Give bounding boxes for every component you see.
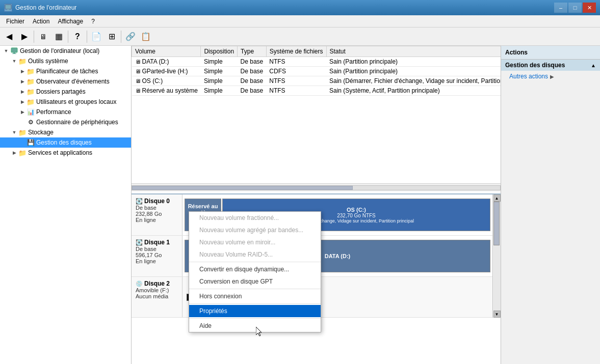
table-body: 🖥DATA (D:) Simple De base NTFS Sain (Par… [132, 57, 501, 96]
col-volume[interactable]: Volume [132, 46, 201, 57]
ctx-nouveau-fraction[interactable]: Nouveau volume fractionné... [189, 212, 321, 224]
app-icon [4, 4, 12, 12]
vertical-scrollbar[interactable]: ▲ ▼ [492, 194, 501, 318]
cell-type: De base [238, 67, 267, 76]
folder-icon-services: 📁 [18, 149, 27, 157]
sidebar-item-root[interactable]: ▼ Gestion de l'ordinateur (local) [0, 46, 131, 56]
sidebar-item-outils[interactable]: ▼ 📁 Outils système [0, 56, 131, 66]
properties-button[interactable]: ⊞ [105, 30, 119, 44]
help-button[interactable]: ? [70, 30, 85, 44]
back-button[interactable]: ◀ [2, 30, 16, 44]
folder-icon-dossiers: 📁 [27, 88, 35, 96]
right-panel: Actions Gestion des disques ▲ Autres act… [501, 46, 600, 364]
action-autres-actions[interactable]: Autres actions ▶ [501, 71, 600, 82]
sidebar-item-utilisateurs[interactable]: ▶ 📁 Utilisateurs et groupes locaux [0, 97, 131, 107]
computer-button[interactable]: 🖥 [36, 30, 50, 44]
ctx-nouveau-miroir[interactable]: Nouveau volume en miroir... [189, 236, 321, 248]
disk-table-area: Volume Disposition Type Système de fichi… [132, 46, 501, 193]
table-row[interactable]: 🖥OS (C:) Simple De base NTFS Sain (Démar… [132, 76, 501, 86]
cell-volume: 🖥GParted-live (H:) [132, 67, 201, 76]
sidebar-item-planificateur[interactable]: ▶ 📁 Planificateur de tâches [0, 66, 131, 76]
cell-statut: Sain (Système, Actif, Partition principa… [326, 86, 501, 96]
menu-aide[interactable]: ? [87, 16, 99, 27]
expand-outils[interactable]: ▼ [10, 57, 18, 65]
expand-services[interactable]: ▶ [10, 149, 18, 157]
folder-icon-utilisateurs: 📁 [27, 98, 35, 106]
close-button[interactable]: ✕ [583, 3, 596, 13]
cell-type: De base [238, 86, 267, 96]
expand-utilisateurs[interactable]: ▶ [18, 98, 27, 106]
sidebar-item-gestionnaire[interactable]: ▶ ⚙ Gestionnaire de périphériques [0, 117, 131, 127]
export-button[interactable]: 📄 [89, 30, 103, 44]
folder-icon-outils: 📁 [18, 57, 27, 65]
toolbar-sep3 [87, 31, 87, 43]
table-row[interactable]: 🖥GParted-live (H:) Simple De base CDFS S… [132, 67, 501, 76]
col-statut[interactable]: Statut [326, 46, 501, 57]
sidebar-item-dossiers[interactable]: ▶ 📁 Dossiers partagés [0, 87, 131, 97]
cell-disposition: Simple [201, 76, 238, 86]
col-disposition[interactable]: Disposition [201, 46, 238, 57]
folder-icon-planificateur: 📁 [27, 67, 35, 75]
titlebar: Gestion de l'ordinateur – □ ✕ [0, 0, 600, 15]
minimize-button[interactable]: – [554, 3, 567, 13]
partition-os-label: OS (C:) [347, 207, 366, 213]
expand-root[interactable]: ▼ [2, 47, 10, 55]
disk2-type: Amovible (F:) [136, 287, 178, 293]
link-button[interactable]: 🔗 [123, 30, 138, 44]
ctx-proprietes[interactable]: Propriétés [189, 305, 321, 317]
menu-fichier[interactable]: Fichier [2, 16, 29, 27]
ctx-convertir-dyn[interactable]: Convertir en disque dynamique... [189, 263, 321, 275]
sidebar-item-services[interactable]: ▶ 📁 Services et applications [0, 148, 131, 158]
scroll-up-button[interactable]: ▲ [493, 194, 501, 202]
toolbar: ◀ ▶ 🖥 ▦ ? 📄 ⊞ 🔗 📋 [0, 27, 600, 46]
horizontal-scrollbar[interactable] [132, 183, 501, 191]
computer-icon [10, 47, 18, 55]
actions-section-gestion-disques[interactable]: Gestion des disques ▲ [501, 60, 600, 71]
expand-stockage[interactable]: ▼ [10, 128, 18, 136]
sidebar-label-utilisateurs: Utilisateurs et groupes locaux [36, 98, 116, 105]
col-fs[interactable]: Système de fichiers [266, 46, 326, 57]
ctx-sep1 [189, 262, 321, 262]
sidebar-label-performance: Performance [36, 108, 71, 116]
cell-statut: Sain (Partition principale) [326, 67, 501, 76]
gear-icon: ⚙ [27, 118, 35, 126]
ctx-nouveau-agr[interactable]: Nouveau volume agrégé par bandes... [189, 224, 321, 236]
sidebar-item-gestion-disques[interactable]: ▶ 💾 Gestion des disques [0, 137, 131, 148]
ctx-hors-connexion[interactable]: Hors connexion [189, 290, 321, 302]
sidebar-label-dossiers: Dossiers partagés [36, 88, 86, 95]
menu-action[interactable]: Action [29, 16, 54, 27]
partition-os-size: 232,70 Go NTFS [337, 213, 376, 218]
clipboard-button[interactable]: 📋 [139, 30, 153, 44]
expand-dossiers[interactable]: ▶ [18, 88, 27, 96]
sidebar: ▼ Gestion de l'ordinateur (local) ▼ 📁 Ou… [0, 46, 132, 364]
sidebar-item-performance[interactable]: ▶ 📊 Performance [0, 107, 131, 117]
sidebar-label-planificateur: Planificateur de tâches [36, 68, 98, 75]
ctx-conversion-gpt[interactable]: Conversion en disque GPT [189, 275, 321, 288]
disk0-size: 232,88 Go [136, 211, 178, 217]
expand-observateur[interactable]: ▶ [18, 77, 27, 86]
disk0-type: De base [136, 205, 178, 211]
ctx-nouveau-raid[interactable]: Nouveau Volume RAID-5... [189, 248, 321, 261]
cell-volume: 🖥Réservé au système [132, 86, 201, 96]
col-type[interactable]: Type [238, 46, 267, 57]
scroll-down-button[interactable]: ▼ [493, 311, 501, 318]
table-row[interactable]: 🖥DATA (D:) Simple De base NTFS Sain (Par… [132, 57, 501, 67]
ctx-aide[interactable]: Aide [189, 320, 321, 332]
grid-button[interactable]: ▦ [51, 30, 66, 44]
partition-data-label: DATA (D:) [325, 253, 351, 259]
maximize-button[interactable]: □ [568, 3, 582, 13]
autres-actions-link[interactable]: Autres actions [509, 73, 548, 80]
sidebar-item-observateur[interactable]: ▶ 📁 Observateur d'événements [0, 76, 131, 87]
table-scroll[interactable]: Volume Disposition Type Système de fichi… [132, 46, 501, 183]
sidebar-item-stockage[interactable]: ▼ 📁 Stockage [0, 127, 131, 137]
cell-type: De base [238, 57, 267, 67]
toolbar-sep2 [68, 31, 68, 43]
svg-rect-3 [11, 48, 17, 52]
forward-button[interactable]: ▶ [17, 30, 32, 44]
cell-fs: NTFS [266, 57, 326, 67]
table-row[interactable]: 🖥Réservé au système Simple De base NTFS … [132, 86, 501, 96]
menu-affichage[interactable]: Affichage [54, 16, 87, 27]
sidebar-label-observateur: Observateur d'événements [36, 78, 110, 85]
expand-performance[interactable]: ▶ [18, 108, 27, 116]
expand-planificateur[interactable]: ▶ [18, 67, 27, 75]
